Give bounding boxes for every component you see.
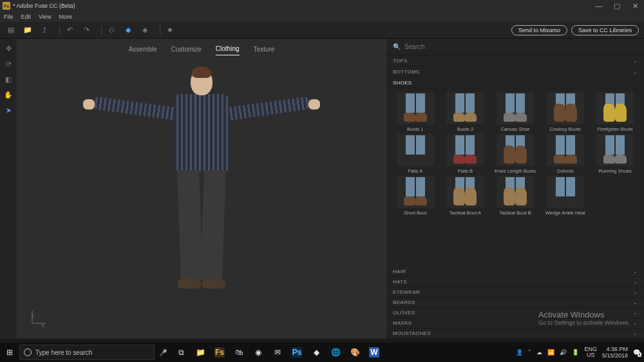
shoe-label: Tactical Boot B [499, 210, 531, 216]
tray-notifications-icon[interactable]: 💬4 [633, 349, 640, 356]
tray-onedrive-icon[interactable]: ☁ [536, 349, 542, 356]
shoe-item[interactable]: Tactical Boot A [443, 176, 488, 216]
start-button[interactable]: ⊞ [0, 348, 19, 357]
tray-network-icon[interactable]: 📶 [547, 349, 554, 356]
pointer-tool-icon[interactable]: ➤ [4, 106, 13, 115]
shoe-item[interactable]: Wedge Ankle Heal [543, 176, 588, 216]
chevron-down-icon: ⌄ [633, 279, 638, 285]
shoe-label: Flats B [458, 168, 473, 175]
hand-tool-icon[interactable]: ✋ [4, 90, 13, 99]
category-tops[interactable]: TOPS⌄ [386, 55, 644, 66]
main-area: ✥ ⟳ ◧ ✋ ➤ Assemble Customize Clothing Te… [0, 39, 644, 339]
search-input[interactable] [404, 43, 638, 50]
unity-icon[interactable]: ◆ [307, 345, 325, 360]
shoe-label: Running Shoes [599, 168, 632, 175]
shoe-thumbnail [397, 92, 434, 124]
character-preview [86, 68, 317, 326]
tray-battery-icon[interactable]: 🔋 [572, 349, 579, 356]
shoe-item[interactable]: Flats B [443, 134, 488, 175]
toolbar: ▤ 📁 ⤴ ↶ ↷ ◇ ◆ ◈ ★ Send to Mixamo Save to… [0, 22, 644, 39]
titlebar: Fs * Adobe Fuse CC (Beta) — ▢ ✕ [0, 0, 644, 12]
shoe-item[interactable]: Short Boot [393, 176, 438, 216]
app-icon: Fs [3, 2, 10, 10]
shoe-item[interactable]: Firefighter Boots [592, 92, 638, 133]
viewport-3d[interactable]: Y X [17, 55, 386, 339]
scale-tool-icon[interactable]: ◧ [4, 75, 13, 84]
taskbar-search[interactable]: Type here to search [19, 345, 155, 360]
mic-icon[interactable]: 🎤 [155, 349, 171, 356]
menu-file[interactable]: File [4, 14, 14, 20]
shoe-item[interactable]: Running Shoes [592, 134, 638, 175]
maximize-button[interactable]: ▢ [608, 2, 626, 10]
shoe-label: Tactical Boot A [450, 210, 481, 216]
shoe-item[interactable]: Tactical Boot B [493, 176, 538, 216]
wire-cube-icon[interactable]: ◈ [139, 24, 151, 36]
shoe-item[interactable]: Oxfords [543, 134, 588, 175]
shoe-item[interactable]: Cowboy Boots [543, 92, 588, 133]
tray-volume-icon[interactable]: 🔊 [560, 349, 567, 356]
shoe-thumbnail [446, 92, 484, 124]
photoshop-icon[interactable]: Ps [288, 345, 306, 360]
mail-icon[interactable]: ✉ [269, 345, 287, 360]
open-icon[interactable]: 📁 [22, 24, 33, 36]
chevron-down-icon: ⌄ [633, 330, 638, 336]
tab-assemble[interactable]: Assemble [129, 46, 157, 55]
rotate-tool-icon[interactable]: ⟳ [4, 59, 13, 68]
store-icon[interactable]: 🛍 [230, 345, 248, 360]
tab-clothing[interactable]: Clothing [216, 45, 240, 55]
axis-y-label: Y [31, 314, 34, 319]
steam-icon[interactable]: ◉ [249, 345, 267, 360]
shoe-label: Knee Length Boots [495, 168, 536, 175]
shoe-label: Canvas Shoe [500, 126, 529, 133]
new-icon[interactable]: ▤ [5, 24, 17, 36]
cube-icon[interactable]: ◇ [106, 24, 117, 36]
tray-clock[interactable]: 4:36 PM 5/15/2018 [602, 346, 628, 359]
solid-cube-icon[interactable]: ◆ [122, 24, 134, 36]
chrome-icon[interactable]: 🌐 [327, 345, 345, 360]
redo-icon[interactable]: ↷ [80, 24, 92, 36]
undo-icon[interactable]: ↶ [64, 24, 75, 36]
category-shoes[interactable]: SHOES [386, 77, 644, 88]
send-to-mixamo-button[interactable]: Send to Mixamo [511, 25, 567, 35]
menu-view[interactable]: View [39, 14, 51, 20]
category-hair[interactable]: HAIR⌄ [386, 267, 644, 277]
task-view-icon[interactable]: ⧉ [172, 345, 190, 360]
save-to-cc-libraries-button[interactable]: Save to CC Libraries [571, 25, 639, 35]
move-tool-icon[interactable]: ✥ [4, 44, 13, 53]
shoe-thumbnail [547, 134, 584, 166]
category-beards[interactable]: BEARDS⌄ [386, 298, 644, 308]
menu-more[interactable]: More [59, 14, 72, 20]
word-icon[interactable]: W [365, 345, 383, 360]
category-bottoms[interactable]: BOTTOMS⌄ [386, 66, 644, 77]
category-hats[interactable]: HATS⌄ [386, 277, 644, 287]
app-icon-generic[interactable]: 🎨 [346, 345, 364, 360]
star-icon[interactable]: ★ [164, 24, 176, 36]
category-stack: HAIR⌄ HATS⌄ EYEWEAR⌄ BEARDS⌄ GLOVES⌄ MAS… [386, 267, 644, 339]
chevron-down-icon: ⌄ [633, 269, 638, 274]
category-moustaches[interactable]: MOUSTACHES⌄ [386, 329, 644, 339]
separator [59, 26, 60, 35]
tray-people-icon[interactable]: 👤 [516, 349, 523, 356]
fuse-app-icon[interactable]: Fs [211, 345, 229, 360]
tab-customize[interactable]: Customize [171, 46, 202, 55]
shoe-item[interactable]: Knee Length Boots [493, 134, 538, 175]
shoe-item[interactable]: Boots 2 [443, 92, 488, 133]
category-eyewear[interactable]: EYEWEAR⌄ [386, 287, 644, 298]
chevron-down-icon: ⌄ [633, 289, 638, 295]
tray-up-icon[interactable]: ˄ [528, 349, 531, 356]
menu-edit[interactable]: Edit [21, 14, 32, 20]
shoe-thumbnail [397, 134, 434, 166]
file-explorer-icon[interactable]: 📁 [191, 345, 209, 360]
mode-tabs: Assemble Customize Clothing Texture [17, 39, 386, 55]
close-button[interactable]: ✕ [626, 2, 644, 10]
shoe-thumbnail [596, 92, 634, 124]
minimize-button[interactable]: — [590, 2, 608, 10]
tray-language[interactable]: ENG US [584, 347, 597, 358]
tab-texture[interactable]: Texture [254, 46, 275, 55]
shoe-item[interactable]: Boots 1 [393, 92, 438, 133]
shoes-grid: Boots 1Boots 2Canvas ShoeCowboy BootsFir… [386, 88, 644, 267]
export-icon[interactable]: ⤴ [39, 24, 50, 36]
shoe-item[interactable]: Flats A [393, 134, 438, 175]
shoe-label: Cowboy Boots [549, 126, 580, 133]
shoe-item[interactable]: Canvas Shoe [493, 92, 538, 133]
